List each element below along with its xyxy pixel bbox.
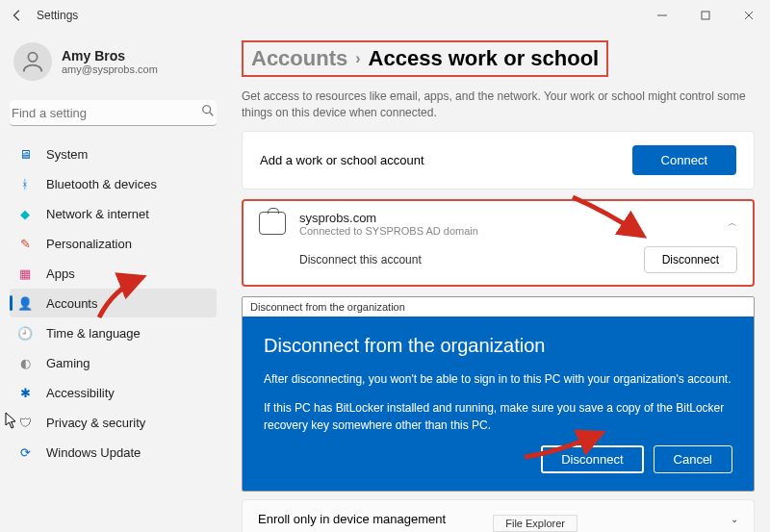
account-domain: sysprobs.com — [299, 211, 478, 225]
disconnect-dialog: Disconnect from the organization Disconn… — [242, 296, 755, 492]
user-email: amy@sysprobs.com — [62, 63, 158, 75]
connect-button[interactable]: Connect — [632, 145, 736, 175]
titlebar: Settings — [0, 0, 770, 31]
svg-rect-1 — [702, 12, 709, 19]
user-profile[interactable]: Amy Bros amy@sysprobs.com — [10, 38, 217, 85]
dialog-disconnect-button[interactable]: Disconnect — [541, 445, 643, 473]
connected-account-header[interactable]: sysprobs.com Connected to SYSPROBS AD do… — [244, 201, 753, 246]
sidebar-item-gaming[interactable]: ◐Gaming — [10, 348, 217, 377]
time-language-icon: 🕘 — [17, 325, 33, 341]
accessibility-icon: ✱ — [17, 385, 33, 400]
briefcase-icon — [259, 212, 286, 235]
sidebar-item-label: Bluetooth & devices — [46, 177, 157, 191]
sidebar-item-personalization[interactable]: ✎Personalization — [10, 229, 217, 258]
bluetooth-devices-icon: ᚼ — [17, 176, 33, 191]
svg-point-3 — [203, 106, 211, 114]
maximize-button[interactable] — [683, 0, 727, 31]
sidebar-item-apps[interactable]: ▦Apps — [10, 259, 217, 288]
sidebar-item-label: Personalization — [46, 237, 132, 251]
sidebar-item-label: Privacy & security — [46, 416, 145, 430]
sidebar-item-label: System — [46, 147, 88, 162]
sidebar-item-time-language[interactable]: 🕘Time & language — [10, 318, 217, 347]
sidebar-item-label: Apps — [46, 266, 75, 281]
network-internet-icon: ◆ — [17, 206, 33, 221]
add-account-card: Add a work or school account Connect — [242, 131, 755, 190]
enroll-label: Enroll only in device management — [258, 512, 446, 526]
search-icon — [201, 104, 215, 121]
breadcrumb-parent[interactable]: Accounts — [251, 46, 347, 71]
sidebar-item-windows-update[interactable]: ⟳Windows Update — [10, 438, 217, 467]
breadcrumb-current: Access work or school — [369, 46, 600, 71]
dialog-text-1: After disconnecting, you won't be able t… — [264, 370, 732, 388]
system-icon: 🖥 — [17, 146, 33, 162]
chevron-down-icon: ⌄ — [731, 514, 738, 524]
account-status: Connected to SYSPROBS AD domain — [299, 225, 478, 237]
main-content: Accounts › Access work or school Get acc… — [226, 31, 770, 532]
sidebar-item-label: Windows Update — [46, 445, 141, 460]
sidebar-item-accessibility[interactable]: ✱Accessibility — [10, 378, 217, 407]
search-box[interactable] — [10, 100, 217, 126]
disconnect-button[interactable]: Disconnect — [644, 246, 737, 273]
sidebar-item-system[interactable]: 🖥System — [10, 139, 217, 168]
sidebar-item-label: Network & internet — [46, 207, 149, 221]
apps-icon: ▦ — [17, 266, 33, 281]
sidebar-item-network-internet[interactable]: ◆Network & internet — [10, 199, 217, 228]
dialog-titlebar: Disconnect from the organization — [243, 297, 754, 317]
svg-line-4 — [210, 113, 214, 116]
close-button[interactable] — [727, 0, 770, 31]
dialog-heading: Disconnect from the organization — [264, 335, 732, 357]
sidebar-item-label: Gaming — [46, 356, 90, 370]
connected-account-card: sysprobs.com Connected to SYSPROBS AD do… — [242, 199, 755, 287]
sidebar: Amy Bros amy@sysprobs.com 🖥SystemᚼBlueto… — [0, 31, 226, 532]
windows-update-icon: ⟳ — [17, 444, 33, 460]
sidebar-item-label: Accessibility — [46, 386, 115, 400]
sidebar-item-privacy-security[interactable]: 🛡Privacy & security — [10, 408, 217, 437]
page-description: Get access to resources like email, apps… — [242, 89, 755, 121]
sidebar-item-label: Time & language — [46, 326, 141, 341]
avatar-icon — [13, 42, 52, 81]
accounts-icon: 👤 — [17, 295, 33, 311]
gaming-icon: ◐ — [17, 355, 33, 370]
back-icon[interactable] — [8, 6, 27, 25]
dialog-cancel-button[interactable]: Cancel — [654, 445, 732, 473]
dialog-text-2: If this PC has BitLocker installed and r… — [264, 399, 732, 434]
minimize-button[interactable] — [640, 0, 683, 31]
user-name: Amy Bros — [62, 48, 158, 63]
add-account-label: Add a work or school account — [260, 153, 632, 167]
disconnect-label: Disconnect this account — [299, 253, 422, 266]
personalization-icon: ✎ — [17, 236, 33, 251]
chevron-right-icon: › — [355, 50, 360, 67]
sidebar-item-label: Accounts — [46, 296, 97, 311]
taskbar-item[interactable]: File Explorer — [493, 515, 578, 532]
breadcrumb: Accounts › Access work or school — [242, 40, 608, 77]
sidebar-item-accounts[interactable]: 👤Accounts — [10, 289, 217, 317]
sidebar-item-bluetooth-devices[interactable]: ᚼBluetooth & devices — [10, 169, 217, 198]
search-input[interactable] — [12, 106, 201, 120]
svg-point-2 — [28, 53, 37, 62]
nav-list: 🖥SystemᚼBluetooth & devices◆Network & in… — [10, 139, 217, 467]
privacy-security-icon: 🛡 — [17, 415, 33, 430]
window-title: Settings — [37, 9, 78, 22]
chevron-up-icon: ︿ — [728, 216, 737, 230]
